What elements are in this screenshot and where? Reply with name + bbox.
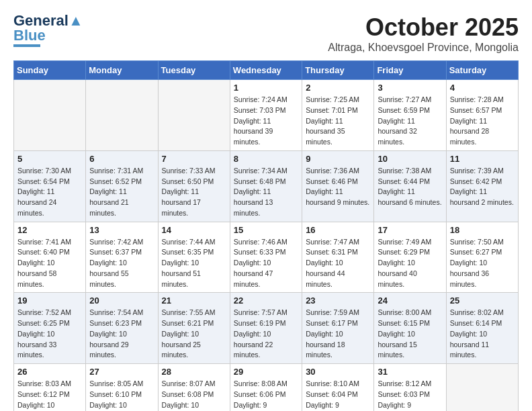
day-info: Sunrise: 7:31 AMSunset: 6:52 PMDaylight:…	[89, 166, 154, 219]
calendar-cell	[158, 80, 230, 151]
day-info: Sunrise: 7:55 AMSunset: 6:21 PMDaylight:…	[162, 308, 226, 361]
day-number: 17	[378, 225, 442, 235]
calendar-cell: 18Sunrise: 7:50 AMSunset: 6:27 PMDayligh…	[446, 222, 518, 293]
calendar-cell: 12Sunrise: 7:41 AMSunset: 6:40 PMDayligh…	[14, 222, 86, 293]
calendar-cell: 19Sunrise: 7:52 AMSunset: 6:25 PMDayligh…	[14, 293, 86, 364]
weekday-header: Friday	[374, 61, 446, 80]
calendar-cell: 28Sunrise: 8:07 AMSunset: 6:08 PMDayligh…	[158, 364, 230, 412]
day-number: 2	[306, 83, 370, 93]
day-info: Sunrise: 8:07 AMSunset: 6:08 PMDaylight:…	[162, 379, 226, 411]
day-info: Sunrise: 7:44 AMSunset: 6:35 PMDaylight:…	[162, 237, 226, 290]
calendar-week-row: 12Sunrise: 7:41 AMSunset: 6:40 PMDayligh…	[14, 222, 519, 293]
day-number: 20	[89, 295, 154, 306]
logo-text: General▲	[13, 13, 83, 28]
day-number: 30	[306, 367, 370, 377]
title-area: October 2025 Altraga, Khoevsgoel Provinc…	[328, 13, 519, 54]
day-number: 13	[89, 225, 154, 235]
day-number: 15	[234, 225, 298, 235]
calendar-cell: 27Sunrise: 8:05 AMSunset: 6:10 PMDayligh…	[86, 364, 158, 412]
day-info: Sunrise: 7:28 AMSunset: 6:57 PMDaylight:…	[450, 95, 515, 148]
calendar-cell: 16Sunrise: 7:47 AMSunset: 6:31 PMDayligh…	[302, 222, 374, 293]
calendar-cell	[446, 364, 518, 412]
calendar-cell: 14Sunrise: 7:44 AMSunset: 6:35 PMDayligh…	[158, 222, 230, 293]
calendar-cell: 24Sunrise: 8:00 AMSunset: 6:15 PMDayligh…	[374, 293, 446, 364]
calendar-week-row: 26Sunrise: 8:03 AMSunset: 6:12 PMDayligh…	[14, 364, 519, 412]
day-number: 25	[450, 295, 515, 306]
day-info: Sunrise: 7:39 AMSunset: 6:42 PMDaylight:…	[450, 166, 515, 208]
day-info: Sunrise: 7:34 AMSunset: 6:48 PMDaylight:…	[234, 166, 298, 219]
calendar-cell: 1Sunrise: 7:24 AMSunset: 7:03 PMDaylight…	[230, 80, 302, 151]
day-number: 10	[378, 154, 442, 164]
day-number: 11	[450, 154, 515, 164]
day-info: Sunrise: 7:42 AMSunset: 6:37 PMDaylight:…	[89, 237, 154, 290]
day-number: 18	[450, 225, 515, 235]
day-number: 8	[234, 154, 298, 164]
calendar-header-row: SundayMondayTuesdayWednesdayThursdayFrid…	[14, 61, 519, 80]
calendar-week-row: 5Sunrise: 7:30 AMSunset: 6:54 PMDaylight…	[14, 150, 519, 222]
calendar-cell: 29Sunrise: 8:08 AMSunset: 6:06 PMDayligh…	[230, 364, 302, 412]
weekday-header: Tuesday	[158, 61, 230, 80]
day-number: 7	[162, 154, 226, 164]
day-number: 21	[162, 295, 226, 306]
calendar-cell: 20Sunrise: 7:54 AMSunset: 6:23 PMDayligh…	[86, 293, 158, 364]
day-info: Sunrise: 7:24 AMSunset: 7:03 PMDaylight:…	[234, 95, 298, 148]
day-number: 26	[17, 367, 82, 377]
day-info: Sunrise: 7:41 AMSunset: 6:40 PMDaylight:…	[17, 237, 82, 290]
calendar-cell: 31Sunrise: 8:12 AMSunset: 6:03 PMDayligh…	[374, 364, 446, 412]
weekday-header: Wednesday	[230, 61, 302, 80]
day-info: Sunrise: 8:02 AMSunset: 6:14 PMDaylight:…	[450, 308, 515, 361]
day-info: Sunrise: 7:30 AMSunset: 6:54 PMDaylight:…	[17, 166, 82, 219]
day-info: Sunrise: 7:25 AMSunset: 7:01 PMDaylight:…	[306, 95, 370, 148]
day-info: Sunrise: 8:03 AMSunset: 6:12 PMDaylight:…	[17, 379, 82, 411]
day-info: Sunrise: 7:57 AMSunset: 6:19 PMDaylight:…	[234, 308, 298, 361]
day-number: 3	[378, 83, 442, 93]
day-number: 24	[378, 295, 442, 306]
day-info: Sunrise: 8:08 AMSunset: 6:06 PMDaylight:…	[234, 379, 298, 411]
day-number: 4	[450, 83, 515, 93]
day-info: Sunrise: 7:54 AMSunset: 6:23 PMDaylight:…	[89, 308, 154, 361]
calendar-cell: 6Sunrise: 7:31 AMSunset: 6:52 PMDaylight…	[86, 150, 158, 222]
calendar-cell: 7Sunrise: 7:33 AMSunset: 6:50 PMDaylight…	[158, 150, 230, 222]
calendar-cell: 9Sunrise: 7:36 AMSunset: 6:46 PMDaylight…	[302, 150, 374, 222]
calendar-cell: 15Sunrise: 7:46 AMSunset: 6:33 PMDayligh…	[230, 222, 302, 293]
calendar-cell: 8Sunrise: 7:34 AMSunset: 6:48 PMDaylight…	[230, 150, 302, 222]
day-number: 23	[306, 295, 370, 306]
calendar-cell: 26Sunrise: 8:03 AMSunset: 6:12 PMDayligh…	[14, 364, 86, 412]
logo-bar	[13, 44, 40, 47]
day-number: 16	[306, 225, 370, 235]
day-number: 28	[162, 367, 226, 377]
day-info: Sunrise: 8:10 AMSunset: 6:04 PMDaylight:…	[306, 379, 370, 411]
calendar-cell: 2Sunrise: 7:25 AMSunset: 7:01 PMDaylight…	[302, 80, 374, 151]
calendar-cell: 30Sunrise: 8:10 AMSunset: 6:04 PMDayligh…	[302, 364, 374, 412]
day-info: Sunrise: 8:00 AMSunset: 6:15 PMDaylight:…	[378, 308, 442, 361]
weekday-header: Thursday	[302, 61, 374, 80]
calendar-cell	[14, 80, 86, 151]
day-info: Sunrise: 7:47 AMSunset: 6:31 PMDaylight:…	[306, 237, 370, 290]
day-number: 6	[89, 154, 154, 164]
calendar-cell: 21Sunrise: 7:55 AMSunset: 6:21 PMDayligh…	[158, 293, 230, 364]
calendar-cell: 5Sunrise: 7:30 AMSunset: 6:54 PMDaylight…	[14, 150, 86, 222]
location-title: Altraga, Khoevsgoel Province, Mongolia	[328, 42, 519, 54]
day-info: Sunrise: 7:36 AMSunset: 6:46 PMDaylight:…	[306, 166, 370, 208]
logo: General▲ Blue	[13, 13, 83, 47]
day-info: Sunrise: 7:46 AMSunset: 6:33 PMDaylight:…	[234, 237, 298, 290]
day-number: 9	[306, 154, 370, 164]
day-number: 1	[234, 83, 298, 93]
header: General▲ Blue October 2025 Altraga, Khoe…	[13, 13, 519, 54]
day-info: Sunrise: 7:52 AMSunset: 6:25 PMDaylight:…	[17, 308, 82, 361]
day-number: 12	[17, 225, 82, 235]
calendar-cell: 17Sunrise: 7:49 AMSunset: 6:29 PMDayligh…	[374, 222, 446, 293]
day-number: 22	[234, 295, 298, 306]
calendar-cell	[86, 80, 158, 151]
day-number: 29	[234, 367, 298, 377]
calendar-cell: 3Sunrise: 7:27 AMSunset: 6:59 PMDaylight…	[374, 80, 446, 151]
day-info: Sunrise: 7:59 AMSunset: 6:17 PMDaylight:…	[306, 308, 370, 361]
calendar-week-row: 19Sunrise: 7:52 AMSunset: 6:25 PMDayligh…	[14, 293, 519, 364]
logo-blue: Blue	[13, 28, 46, 43]
calendar-cell: 4Sunrise: 7:28 AMSunset: 6:57 PMDaylight…	[446, 80, 518, 151]
day-info: Sunrise: 7:50 AMSunset: 6:27 PMDaylight:…	[450, 237, 515, 290]
weekday-header: Saturday	[446, 61, 518, 80]
calendar-cell: 13Sunrise: 7:42 AMSunset: 6:37 PMDayligh…	[86, 222, 158, 293]
weekday-header: Monday	[86, 61, 158, 80]
day-number: 31	[378, 367, 442, 377]
